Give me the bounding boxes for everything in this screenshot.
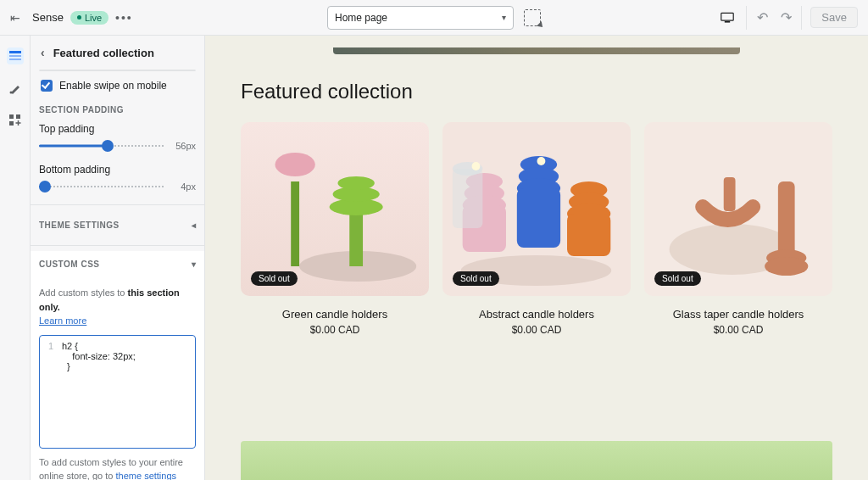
- svg-rect-7: [16, 114, 20, 119]
- svg-point-34: [537, 157, 545, 165]
- svg-rect-40: [724, 177, 736, 211]
- topbar-center: Home page ▾: [327, 6, 541, 30]
- sidebar-title: Featured collection: [53, 47, 154, 59]
- preview-canvas: Featured collection So: [205, 36, 868, 480]
- svg-rect-2: [9, 51, 21, 53]
- page-selector-label: Home page: [335, 12, 387, 24]
- svg-point-5: [9, 92, 12, 94]
- bottom-padding-slider-row: 4px: [39, 181, 196, 193]
- product-title: Green candle holders: [241, 308, 429, 321]
- code-content[interactable]: h2 { font-size: 32px; }: [57, 336, 195, 448]
- bottom-padding-label: Bottom padding: [39, 164, 196, 176]
- svg-rect-13: [349, 207, 363, 266]
- custom-css-panel: CUSTOM CSS ▾ Add custom styles to this s…: [31, 251, 204, 480]
- product-price: $0.00 CAD: [241, 324, 429, 336]
- svg-rect-4: [9, 59, 21, 60]
- svg-rect-0: [721, 13, 733, 20]
- help-text-prefix: Add custom styles to: [39, 287, 128, 298]
- svg-rect-1: [725, 21, 730, 23]
- chevron-left-icon: ◂: [192, 220, 197, 230]
- custom-css-editor[interactable]: 1 h2 { font-size: 32px; }: [39, 335, 196, 449]
- svg-point-33: [472, 162, 481, 170]
- theme-settings-label: THEME SETTINGS: [39, 220, 120, 230]
- product-title: Glass taper candle holders: [644, 308, 832, 321]
- product-grid: Sold out Green candle holders $0.00 CAD: [205, 122, 868, 336]
- svg-rect-32: [453, 169, 483, 228]
- section-padding-heading: SECTION PADDING: [39, 105, 196, 114]
- theme-settings-link[interactable]: theme settings: [116, 471, 177, 480]
- svg-rect-37: [778, 181, 795, 258]
- save-button[interactable]: Save: [810, 7, 858, 28]
- topbar: ⇤ Sense Live ••• Home page ▾ ↶ ↷ Save: [0, 0, 868, 36]
- footer-band: [241, 441, 832, 480]
- status-pill: Live: [70, 11, 108, 25]
- sidebar-body: Enable swipe on mobile SECTION PADDING T…: [31, 70, 204, 480]
- svg-point-16: [337, 176, 374, 190]
- custom-css-accordion[interactable]: CUSTOM CSS ▾: [39, 251, 196, 279]
- chevron-down-icon: ▾: [502, 13, 506, 22]
- custom-css-help: Add custom styles to this section only. …: [39, 286, 196, 328]
- divider: [31, 245, 204, 246]
- product-card[interactable]: Sold out Abstract candle holders $0.00 C…: [442, 122, 631, 336]
- learn-more-link[interactable]: Learn more: [39, 315, 86, 326]
- product-thumbnail: Sold out: [644, 122, 832, 296]
- desktop-view-icon[interactable]: [712, 6, 743, 30]
- svg-rect-30: [567, 214, 610, 256]
- svg-rect-6: [9, 114, 14, 119]
- custom-css-label: CUSTOM CSS: [39, 260, 100, 269]
- top-padding-label: Top padding: [39, 123, 196, 135]
- svg-rect-26: [517, 188, 560, 248]
- topbar-left: ⇤ Sense Live •••: [10, 11, 133, 25]
- custom-css-footer-help: To add custom styles to your entire onli…: [39, 455, 196, 481]
- svg-point-39: [765, 257, 808, 276]
- sidebar-header: ‹ Featured collection: [31, 36, 204, 70]
- product-card[interactable]: Sold out Green candle holders $0.00 CAD: [241, 122, 429, 336]
- product-price: $0.00 CAD: [442, 324, 631, 336]
- undo-icon[interactable]: ↶: [750, 6, 774, 30]
- sections-tab-icon[interactable]: [7, 47, 24, 64]
- back-icon[interactable]: ‹: [41, 46, 45, 59]
- divider: [801, 6, 802, 30]
- product-thumbnail: Sold out: [241, 122, 429, 296]
- apps-tab-icon[interactable]: [7, 112, 24, 129]
- settings-sidebar: ‹ Featured collection Enable swipe on mo…: [31, 36, 205, 480]
- svg-rect-3: [9, 55, 21, 57]
- divider: [746, 6, 747, 30]
- featured-collection-heading: Featured collection: [241, 80, 868, 103]
- sold-out-badge: Sold out: [453, 271, 499, 286]
- product-title: Abstract candle holders: [442, 308, 631, 321]
- theme-settings-accordion[interactable]: THEME SETTINGS ◂: [39, 210, 196, 240]
- top-padding-slider[interactable]: [39, 140, 164, 152]
- topbar-right: ↶ ↷ Save: [712, 6, 858, 30]
- divider: [31, 204, 204, 205]
- top-padding-slider-row: 56px: [39, 140, 196, 152]
- main: ‹ Featured collection Enable swipe on mo…: [0, 36, 868, 480]
- top-padding-value: 56px: [170, 141, 196, 151]
- redo-icon[interactable]: ↷: [774, 6, 798, 30]
- exit-icon[interactable]: ⇤: [10, 11, 20, 25]
- svg-rect-8: [9, 121, 14, 126]
- sold-out-badge: Sold out: [251, 271, 298, 286]
- svg-rect-11: [291, 181, 299, 266]
- brand-name: Sense: [32, 11, 64, 24]
- product-price: $0.00 CAD: [644, 324, 832, 336]
- bottom-padding-slider[interactable]: [39, 181, 164, 193]
- sold-out-badge: Sold out: [654, 271, 701, 286]
- svg-point-12: [275, 153, 314, 176]
- checkbox-checked-icon[interactable]: [41, 80, 53, 92]
- product-thumbnail: Sold out: [442, 122, 631, 296]
- paint-tab-icon[interactable]: [7, 80, 24, 97]
- left-rail: [0, 36, 31, 480]
- swipe-checkbox-label: Enable swipe on mobile: [59, 80, 167, 92]
- code-gutter: 1: [40, 336, 57, 448]
- hero-image-strip: [333, 47, 740, 54]
- swipe-checkbox-row[interactable]: Enable swipe on mobile: [39, 80, 196, 102]
- bottom-padding-value: 4px: [170, 181, 196, 192]
- overflow-menu-icon[interactable]: •••: [115, 11, 133, 25]
- inspector-tool-icon[interactable]: [524, 9, 541, 26]
- chevron-down-icon: ▾: [192, 260, 197, 269]
- page-selector[interactable]: Home page ▾: [327, 6, 514, 30]
- product-card[interactable]: Sold out Glass taper candle holders $0.0…: [644, 122, 832, 336]
